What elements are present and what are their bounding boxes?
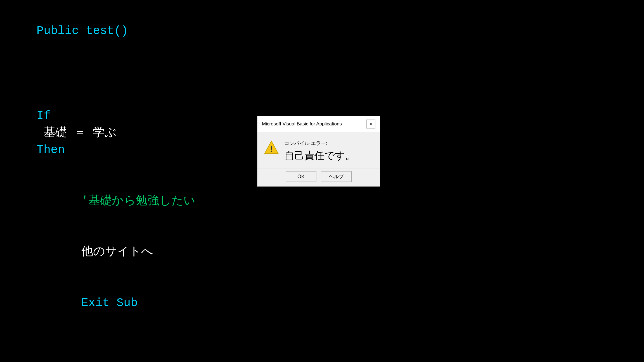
- code-line-1: Public test(): [8, 6, 636, 57]
- keyword-public: Public test(): [37, 24, 128, 38]
- keyword-then: Then: [37, 143, 65, 157]
- dialog-text-area: コンパイル エラー: 自己責任です。: [284, 140, 373, 163]
- dialog-titlebar: Microsoft Visual Basic for Applications …: [257, 116, 380, 132]
- code-line-else: Else: [8, 329, 636, 362]
- dialog-ok-button[interactable]: OK: [286, 171, 316, 182]
- dialog-compile-error-label: コンパイル エラー:: [284, 140, 373, 147]
- comment-1: '基礎から勉強したい: [81, 194, 195, 208]
- vba-dialog: Microsoft Visual Basic for Applications …: [257, 116, 380, 187]
- code-line-exit-sub: Exit Sub: [8, 278, 636, 329]
- dialog-title: Microsoft Visual Basic for Applications: [262, 121, 342, 127]
- dialog-footer: OK ヘルプ: [257, 168, 380, 186]
- code-other-site: 他のサイトへ: [81, 245, 153, 259]
- dialog-help-button[interactable]: ヘルプ: [321, 171, 352, 182]
- keyword-if: If: [37, 109, 51, 123]
- code-line-other-site: 他のサイトへ: [8, 227, 636, 278]
- code-line-blank1: [8, 57, 636, 74]
- dialog-message-text: 自己責任です。: [284, 149, 373, 163]
- keyword-exit-sub: Exit Sub: [81, 296, 138, 310]
- dialog-body: ! コンパイル エラー: 自己責任です。: [257, 132, 380, 168]
- dialog-close-button[interactable]: ×: [366, 120, 375, 128]
- code-if-text: 基礎 ＝ 学ぶ: [37, 126, 124, 140]
- warning-icon: !: [264, 140, 279, 154]
- svg-text:!: !: [270, 145, 273, 153]
